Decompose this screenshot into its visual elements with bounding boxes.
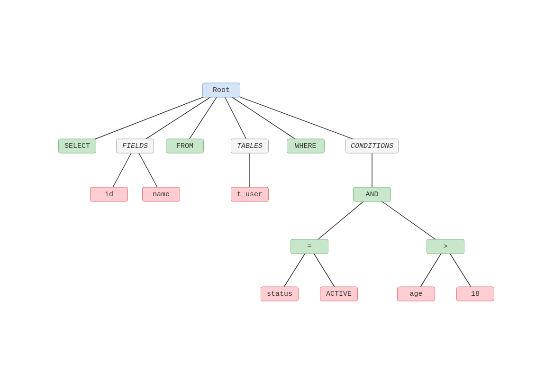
- tree-diagram: RootSELECTFIELDSFROMTABLESWHERECONDITION…: [0, 0, 554, 392]
- node-and: AND: [353, 187, 391, 202]
- svg-line-1: [77, 90, 221, 146]
- node-id: id: [90, 187, 128, 202]
- node-from: FROM: [166, 139, 204, 154]
- node-t_user: t_user: [231, 187, 269, 202]
- node-status: status: [261, 287, 299, 301]
- node-eighteen: 18: [456, 287, 494, 301]
- node-where: WHERE: [287, 139, 325, 154]
- svg-line-11: [309, 194, 372, 246]
- node-name: name: [142, 187, 180, 202]
- svg-line-12: [372, 194, 445, 246]
- node-eq: =: [291, 239, 328, 254]
- svg-line-6: [221, 90, 372, 146]
- svg-line-2: [135, 90, 221, 146]
- svg-line-4: [221, 90, 250, 146]
- svg-line-5: [221, 90, 306, 146]
- node-root: Root: [202, 83, 240, 98]
- node-conditions: CONDITIONS: [345, 139, 399, 154]
- node-active: ACTIVE: [320, 287, 358, 301]
- svg-line-3: [185, 90, 221, 146]
- node-gt: >: [427, 239, 464, 254]
- node-fields: FIELDS: [116, 139, 154, 154]
- node-select: SELECT: [58, 139, 96, 154]
- connectors-svg: [0, 0, 554, 392]
- node-tables: TABLES: [231, 139, 269, 154]
- node-age: age: [397, 287, 435, 301]
